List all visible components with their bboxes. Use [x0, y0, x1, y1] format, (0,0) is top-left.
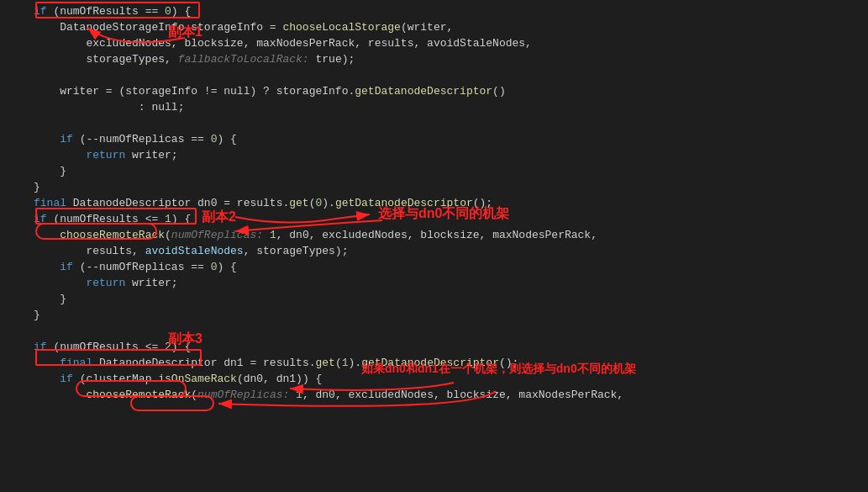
code-line-1: if (numOfResults == 0) { — [0, 5, 868, 21]
code-editor: if (numOfResults == 0) { DatanodeStorage… — [0, 0, 868, 492]
code-line-18: return writer; — [0, 277, 868, 293]
code-line-3: excludedNodes, blocksize, maxNodesPerRac… — [0, 37, 868, 53]
code-line-8 — [0, 117, 868, 133]
code-line-23: final DatanodeDescriptor dn1 = results.g… — [0, 357, 868, 373]
code-line-5 — [0, 69, 868, 85]
code-line-6: writer = (storageInfo != null) ? storage… — [0, 85, 868, 101]
code-line-12: } — [0, 181, 868, 197]
code-line-11: } — [0, 165, 868, 181]
code-line-10: return writer; — [0, 149, 868, 165]
code-line-16: results, avoidStaleNodes, storageTypes); — [0, 245, 868, 261]
code-line-4: storageTypes, fallbackToLocalRack: true)… — [0, 53, 868, 69]
code-line-17: if (--numOfReplicas == 0) { — [0, 261, 868, 277]
code-line-20: } — [0, 309, 868, 325]
code-line-13: final DatanodeDescriptor dn0 = results.g… — [0, 197, 868, 213]
code-line-9: if (--numOfReplicas == 0) { — [0, 133, 868, 149]
code-line-21 — [0, 325, 868, 341]
code-line-22: if (numOfResults <= 2) { — [0, 341, 868, 357]
code-line-24: if (clusterMap.isOnSameRack(dn0, dn1)) { — [0, 373, 868, 389]
code-line-19: } — [0, 293, 868, 309]
code-line-15: chooseRemoteRack(numOfReplicas: 1, dn0, … — [0, 229, 868, 245]
code-line-7: : null; — [0, 101, 868, 117]
code-line-14: if (numOfResults <= 1) { — [0, 213, 868, 229]
code-line-25: chooseRemoteRack(numOfReplicas: 1, dn0, … — [0, 389, 868, 405]
code-line-2: DatanodeStorageInfo storageInfo = choose… — [0, 21, 868, 37]
